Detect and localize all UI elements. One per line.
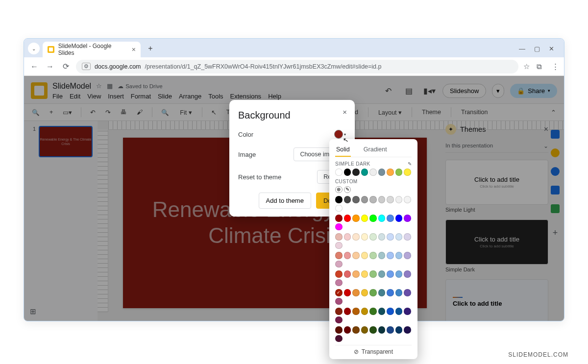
color-swatch[interactable] bbox=[352, 270, 360, 278]
color-swatch[interactable] bbox=[335, 308, 343, 315]
color-swatch[interactable] bbox=[404, 289, 411, 296]
color-swatch[interactable] bbox=[387, 233, 394, 241]
color-swatch[interactable] bbox=[387, 270, 394, 278]
color-swatch[interactable] bbox=[387, 308, 394, 315]
color-swatch[interactable] bbox=[335, 279, 343, 287]
color-swatch[interactable] bbox=[335, 233, 343, 241]
color-swatch[interactable] bbox=[344, 169, 351, 176]
color-swatch[interactable] bbox=[361, 169, 368, 176]
site-info-icon[interactable]: ⚙ bbox=[82, 63, 91, 70]
color-swatch[interactable] bbox=[335, 215, 343, 222]
color-swatch[interactable] bbox=[378, 233, 386, 241]
color-swatch[interactable] bbox=[335, 196, 343, 203]
color-swatch[interactable] bbox=[344, 308, 351, 315]
color-swatch[interactable] bbox=[361, 196, 368, 203]
dialog-close-button[interactable]: × bbox=[343, 108, 347, 116]
color-swatch[interactable] bbox=[335, 261, 343, 268]
color-swatch[interactable] bbox=[361, 270, 368, 278]
solid-tab[interactable]: Solid bbox=[335, 144, 351, 157]
browser-menu-icon[interactable]: ⋮ bbox=[552, 62, 559, 71]
color-swatch[interactable] bbox=[344, 289, 351, 296]
back-button[interactable]: ← bbox=[29, 61, 40, 72]
color-swatch[interactable] bbox=[335, 169, 343, 176]
color-swatch[interactable] bbox=[344, 196, 351, 203]
color-swatch[interactable] bbox=[378, 289, 386, 296]
color-swatch[interactable] bbox=[344, 233, 351, 241]
color-swatch[interactable] bbox=[335, 335, 343, 342]
color-swatch[interactable] bbox=[387, 215, 394, 222]
color-swatch[interactable] bbox=[387, 326, 394, 334]
tab-close-button[interactable]: × bbox=[132, 46, 136, 53]
edit-theme-colors-icon[interactable]: ✎ bbox=[408, 161, 412, 167]
color-swatch[interactable] bbox=[395, 308, 403, 315]
color-swatch[interactable] bbox=[387, 252, 394, 259]
color-swatch[interactable] bbox=[387, 196, 394, 203]
color-swatch[interactable] bbox=[378, 196, 386, 203]
color-swatch[interactable] bbox=[352, 169, 360, 176]
color-swatch[interactable] bbox=[361, 308, 368, 315]
color-swatch[interactable] bbox=[344, 252, 351, 259]
url-input[interactable]: ⚙ docs.google.com/presentation/d/1_qZ_5w… bbox=[76, 60, 518, 73]
color-swatch[interactable] bbox=[378, 308, 386, 315]
new-tab-button[interactable]: + bbox=[144, 42, 157, 55]
color-swatch[interactable] bbox=[335, 316, 343, 324]
color-swatch[interactable] bbox=[335, 223, 343, 231]
color-swatch[interactable] bbox=[369, 233, 377, 241]
color-swatch[interactable] bbox=[361, 252, 368, 259]
gradient-tab[interactable]: Gradient bbox=[363, 144, 388, 157]
color-swatch[interactable] bbox=[395, 169, 403, 176]
color-swatch[interactable] bbox=[387, 169, 394, 176]
color-swatch[interactable] bbox=[352, 233, 360, 241]
color-swatch[interactable] bbox=[352, 308, 360, 315]
color-swatch[interactable] bbox=[378, 270, 386, 278]
color-swatch[interactable] bbox=[395, 289, 403, 296]
color-swatch[interactable] bbox=[369, 289, 377, 296]
color-swatch[interactable] bbox=[335, 242, 343, 249]
color-swatch[interactable] bbox=[404, 270, 411, 278]
color-swatch[interactable] bbox=[404, 215, 411, 222]
color-swatch[interactable] bbox=[378, 252, 386, 259]
color-swatch[interactable] bbox=[352, 196, 360, 203]
color-swatch[interactable] bbox=[344, 270, 351, 278]
browser-tab[interactable]: SlideModel - Google Slides × bbox=[43, 42, 141, 57]
bookmark-star-icon[interactable]: ☆ bbox=[523, 62, 530, 71]
color-swatch[interactable] bbox=[395, 215, 403, 222]
close-window-button[interactable]: ✕ bbox=[549, 45, 554, 52]
color-swatch[interactable] bbox=[378, 326, 386, 334]
color-swatch[interactable] bbox=[361, 326, 368, 334]
add-custom-color-button[interactable]: ⊕ bbox=[335, 186, 343, 194]
color-swatch[interactable] bbox=[352, 326, 360, 334]
eyedropper-button[interactable]: ✎ bbox=[344, 186, 351, 194]
tab-search-button[interactable]: ⌄ bbox=[28, 43, 40, 54]
color-swatch[interactable] bbox=[361, 215, 368, 222]
color-swatch[interactable] bbox=[369, 252, 377, 259]
color-swatch[interactable] bbox=[395, 196, 403, 203]
transparent-option[interactable]: ⊘ Transparent bbox=[335, 345, 412, 355]
color-swatch[interactable] bbox=[344, 215, 351, 222]
color-swatch[interactable] bbox=[369, 169, 377, 176]
color-swatch[interactable] bbox=[395, 252, 403, 259]
extensions-icon[interactable]: ⧉ bbox=[537, 62, 542, 71]
color-swatch[interactable] bbox=[352, 252, 360, 259]
reload-button[interactable]: ⟳ bbox=[60, 61, 71, 72]
color-swatch[interactable] bbox=[352, 289, 360, 296]
color-swatch[interactable] bbox=[369, 270, 377, 278]
color-swatch[interactable] bbox=[404, 252, 411, 259]
color-swatch[interactable] bbox=[361, 289, 368, 296]
color-swatch[interactable] bbox=[335, 252, 343, 259]
color-swatch[interactable] bbox=[404, 308, 411, 315]
color-swatch[interactable] bbox=[335, 270, 343, 278]
color-swatch[interactable] bbox=[404, 233, 411, 241]
forward-button[interactable]: → bbox=[45, 61, 55, 72]
color-swatch[interactable] bbox=[387, 289, 394, 296]
color-swatch[interactable] bbox=[369, 308, 377, 315]
color-swatch[interactable] bbox=[369, 326, 377, 334]
color-swatch[interactable] bbox=[335, 205, 343, 212]
color-swatch[interactable] bbox=[395, 270, 403, 278]
color-swatch[interactable] bbox=[361, 233, 368, 241]
color-swatch[interactable] bbox=[335, 326, 343, 334]
color-swatch[interactable] bbox=[378, 215, 386, 222]
color-swatch[interactable] bbox=[344, 326, 351, 334]
color-swatch[interactable] bbox=[395, 233, 403, 241]
color-swatch[interactable] bbox=[369, 215, 377, 222]
